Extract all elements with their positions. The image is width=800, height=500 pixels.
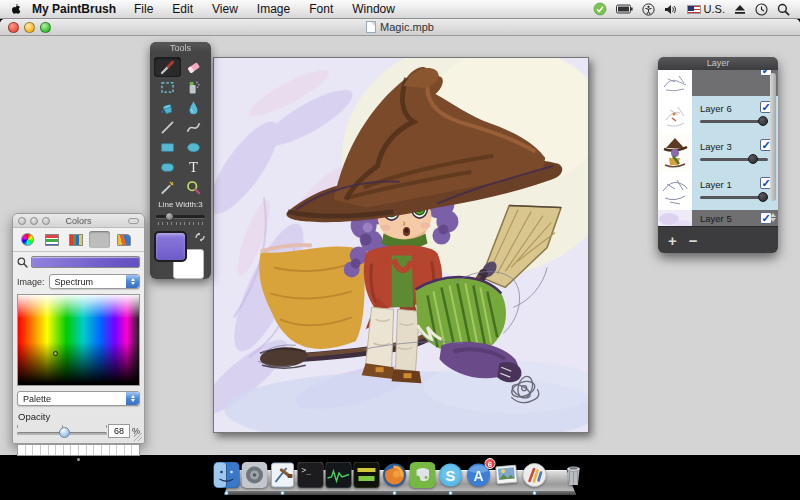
svg-text:T: T [189,160,198,175]
dock-activity-monitor[interactable] [326,462,352,488]
tools-palette: Tools T Line Width:3 [150,42,211,279]
opacity-label: Opacity [13,408,144,422]
apple-menu-icon[interactable] [9,3,22,16]
spectrum-picker[interactable] [17,294,140,386]
spray-tool[interactable] [181,77,208,97]
layer-opacity-slider[interactable] [700,117,768,126]
layer-opacity-slider[interactable] [700,155,768,164]
add-layer-button[interactable]: + [668,233,677,248]
paint-canvas[interactable] [213,57,589,433]
dock-evernote[interactable] [410,462,436,488]
text-tool[interactable]: T [181,157,208,177]
dock: >_SA6 [0,455,800,500]
menu-window[interactable]: Window [352,2,395,16]
colors-close-button[interactable] [18,217,26,225]
minimize-button[interactable] [24,22,35,33]
app-menu-title[interactable]: My PaintBrush [32,2,116,16]
colors-header[interactable]: Colors [13,214,144,228]
menu-font[interactable]: Font [309,2,333,16]
opacity-value-field[interactable]: 68 [108,424,130,438]
dock-xcode[interactable] [270,462,296,488]
opacity-control: 68 % [17,423,140,439]
swap-colors-icon[interactable] [194,231,206,243]
line-width-label: Line Width:3 [150,200,211,209]
color-sliders-icon [45,234,59,246]
rounded-rectangle-tool[interactable] [154,157,181,177]
foreground-color-swatch[interactable] [154,231,187,262]
water-drop-tool[interactable] [181,97,208,117]
window-titlebar[interactable]: Magic.mpb [0,19,800,36]
resize-handle[interactable] [134,433,142,441]
input-source-flag[interactable]: U.S. [687,2,725,17]
dock-firefox[interactable] [382,462,408,488]
remove-layer-button[interactable]: − [689,233,698,248]
crayons-mode-button[interactable] [113,231,134,248]
sync-check-icon[interactable] [593,2,607,17]
layer-row-layer-5[interactable]: Layer 5✓ [658,210,778,226]
fill-icon [159,99,176,116]
dock-paintbrush-app[interactable] [522,462,548,488]
opacity-thumb[interactable] [59,427,70,438]
dock-skype[interactable]: S [438,462,464,488]
dock-istat-widget[interactable] [354,462,380,488]
time-machine-icon[interactable] [755,2,768,17]
layer-scrollbar[interactable] [770,73,776,201]
menu-image[interactable]: Image [257,2,290,16]
ellipse-tool[interactable] [181,137,208,157]
eject-icon[interactable] [734,2,746,17]
universal-access-icon[interactable] [642,2,655,17]
layer-scroll-arrows[interactable] [768,213,777,222]
layer-panel-title[interactable]: Layer [658,57,778,70]
select-tool[interactable] [154,77,181,97]
tools-title[interactable]: Tools [150,42,211,55]
current-color-bar[interactable] [31,256,140,268]
dock-finder[interactable] [214,462,240,488]
menu-items: FileEditViewImageFontWindow [134,2,414,16]
image-source-dropdown[interactable]: Spectrum [49,274,140,289]
close-button[interactable] [8,22,19,33]
color-palettes-mode-button[interactable] [65,231,86,248]
line-width-thumb[interactable] [165,212,174,221]
menu-view[interactable]: View [212,2,238,16]
layer-opacity-slider[interactable] [700,193,768,202]
image-palettes-mode-button[interactable] [89,231,110,248]
brush-tool[interactable] [154,57,181,77]
colors-zoom-button[interactable] [42,217,50,225]
layer-panel: Layer ✓Layer 6✓Layer 3✓Layer 1✓Layer 5✓ … [658,57,778,253]
colors-minimize-button[interactable] [30,217,38,225]
dock-trash[interactable] [561,462,587,488]
volume-icon[interactable] [664,2,678,17]
zoom-tool[interactable] [181,177,208,197]
color-swatches [150,231,211,291]
layer-row-layer-1[interactable]: Layer 1✓ [658,172,778,210]
canvas-artwork [214,58,588,432]
dock-app-store[interactable]: A6 [466,462,492,488]
magic-wand-tool[interactable] [154,177,181,197]
colors-collapse-button[interactable] [128,218,139,224]
eraser-tool[interactable] [181,57,208,77]
select-icon [159,79,176,96]
layer-row-layer-3[interactable]: Layer 3✓ [658,134,778,172]
spotlight-icon[interactable] [777,2,790,17]
window-title: Magic.mpb [366,21,434,33]
fill-tool[interactable] [154,97,181,117]
scroll-up-icon [770,213,776,217]
dock-terminal[interactable]: >_ [298,462,324,488]
menu-edit[interactable]: Edit [172,2,193,16]
battery-icon[interactable] [616,2,633,17]
curve-tool[interactable] [181,117,208,137]
menu-file[interactable]: File [134,2,153,16]
layer-row[interactable]: ✓ [658,70,778,96]
layer-row-layer-6[interactable]: Layer 6✓ [658,96,778,134]
line-tool[interactable] [154,117,181,137]
dock-photos[interactable] [494,462,520,488]
color-sliders-mode-button[interactable] [41,231,62,248]
magnifier-icon[interactable] [17,257,28,268]
color-wheel-mode-button[interactable] [17,231,38,248]
curve-icon [185,119,202,136]
line-width-slider[interactable] [156,212,205,220]
dock-screen-sharing[interactable] [242,462,268,488]
rectangle-tool[interactable] [154,137,181,157]
zoom-button[interactable] [40,22,51,33]
palette-dropdown[interactable]: Palette [17,391,140,406]
